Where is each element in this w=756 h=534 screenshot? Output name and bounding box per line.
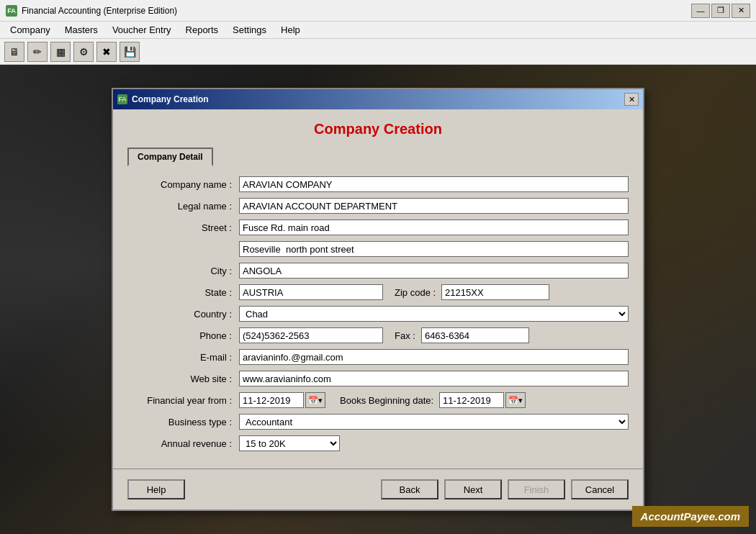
- legal-name-label: Legal name :: [127, 201, 239, 212]
- app-title: Financial Accounting (Enterprise Edition…: [22, 6, 177, 16]
- annual-revenue-select[interactable]: 15 to 20K 20 to 50K 50 to 100K 100K+: [239, 435, 340, 451]
- country-label: Country :: [127, 309, 239, 320]
- help-button[interactable]: Help: [127, 479, 185, 499]
- close-button[interactable]: ✕: [732, 4, 750, 18]
- phone-label: Phone :: [127, 330, 239, 341]
- website-input[interactable]: [239, 371, 629, 386]
- fin-year-label: Financial year from :: [127, 395, 239, 406]
- street-row-1: Street :: [127, 220, 629, 235]
- dialog-icon: FA: [117, 94, 127, 104]
- toolbar-save-button[interactable]: 💾: [120, 42, 140, 62]
- menu-reports[interactable]: Reports: [179, 23, 226, 37]
- business-type-select[interactable]: Accountant Retailer Manufacturer Service: [239, 414, 629, 430]
- cancel-button[interactable]: Cancel: [571, 479, 629, 499]
- books-begin-date-group: 📅▾: [439, 392, 526, 408]
- zip-input[interactable]: [441, 284, 549, 300]
- menu-bar: Company Masters Voucher Entry Reports Se…: [0, 22, 756, 39]
- main-area: FA Company Creation ✕ Company Creation C…: [0, 65, 756, 534]
- fax-input[interactable]: [421, 327, 529, 343]
- toolbar: 🖥 ✏ ▦ ⚙ ✖ 💾: [0, 39, 756, 65]
- street-row-2: [127, 241, 629, 257]
- watermark: AccountPayee.com: [632, 506, 749, 527]
- dialog-footer: Help Back Next Finish Cancel: [113, 469, 643, 510]
- business-type-label: Business type :: [127, 417, 239, 427]
- next-button[interactable]: Next: [444, 479, 502, 499]
- company-name-input[interactable]: [239, 176, 629, 192]
- fin-year-row: Financial year from : 📅▾ Books Beginning…: [127, 392, 629, 408]
- city-row: City :: [127, 263, 629, 279]
- city-label: City :: [127, 266, 239, 276]
- legal-name-input[interactable]: [239, 198, 629, 214]
- annual-revenue-label: Annual revenue :: [127, 438, 239, 449]
- finish-button[interactable]: Finish: [508, 479, 565, 499]
- website-row: Web site :: [127, 371, 629, 386]
- menu-masters[interactable]: Masters: [58, 23, 105, 37]
- legal-name-row: Legal name :: [127, 198, 629, 214]
- state-label: State :: [127, 287, 239, 298]
- fin-year-calendar-button[interactable]: 📅▾: [305, 392, 325, 408]
- email-row: E-mail :: [127, 349, 629, 365]
- toolbar-settings-button[interactable]: ⚙: [73, 42, 94, 62]
- phone-input[interactable]: [239, 327, 383, 343]
- company-name-label: Company name :: [127, 179, 239, 190]
- tab-bar: Company Detail: [127, 148, 629, 166]
- menu-settings[interactable]: Settings: [225, 23, 274, 37]
- toolbar-edit-button[interactable]: ✏: [27, 42, 48, 62]
- fin-year-date-group: 📅▾: [239, 392, 325, 408]
- street-input-2[interactable]: [239, 241, 629, 257]
- books-begin-label: Books Beginning date:: [325, 395, 439, 406]
- state-zip-row: State : Zip code :: [127, 284, 629, 300]
- annual-revenue-row: Annual revenue : 15 to 20K 20 to 50K 50 …: [127, 435, 629, 451]
- toolbar-new-button[interactable]: 🖥: [4, 42, 24, 62]
- window-controls: — ❐ ✕: [691, 4, 750, 18]
- zip-label: Zip code :: [383, 287, 441, 298]
- street-label: Street :: [127, 222, 239, 233]
- form-area: Company name : Legal name : Street :: [127, 176, 629, 451]
- title-bar: FA Financial Accounting (Enterprise Edit…: [0, 0, 756, 22]
- dialog-title-bar: FA Company Creation ✕: [113, 89, 643, 109]
- tab-company-detail[interactable]: Company Detail: [127, 148, 213, 166]
- toolbar-delete-button[interactable]: ✖: [96, 42, 117, 62]
- minimize-button[interactable]: —: [691, 4, 710, 18]
- website-label: Web site :: [127, 374, 239, 384]
- email-label: E-mail :: [127, 352, 239, 363]
- company-creation-dialog: FA Company Creation ✕ Company Creation C…: [112, 88, 644, 511]
- email-input[interactable]: [239, 349, 629, 365]
- country-select[interactable]: Chad USA UK Germany France: [239, 306, 629, 322]
- street-input-1[interactable]: [239, 220, 629, 235]
- books-begin-input[interactable]: [439, 392, 504, 408]
- menu-help[interactable]: Help: [274, 23, 307, 37]
- fin-year-input[interactable]: [239, 392, 304, 408]
- city-input[interactable]: [239, 263, 629, 279]
- fax-label: Fax :: [383, 330, 421, 341]
- business-type-row: Business type : Accountant Retailer Manu…: [127, 414, 629, 430]
- country-row: Country : Chad USA UK Germany France: [127, 306, 629, 322]
- app-icon: FA: [6, 5, 17, 17]
- toolbar-grid-button[interactable]: ▦: [50, 42, 71, 62]
- back-button[interactable]: Back: [381, 479, 438, 499]
- menu-voucher-entry[interactable]: Voucher Entry: [105, 23, 179, 37]
- maximize-button[interactable]: ❐: [711, 4, 730, 18]
- dialog-title: Company Creation: [132, 94, 209, 104]
- dialog-heading: Company Creation: [127, 121, 629, 137]
- phone-fax-row: Phone : Fax :: [127, 327, 629, 343]
- state-input[interactable]: [239, 284, 383, 300]
- books-begin-calendar-button[interactable]: 📅▾: [505, 392, 526, 408]
- dialog-close-button[interactable]: ✕: [624, 93, 639, 106]
- dialog-body: Company Creation Company Detail Company …: [113, 109, 643, 469]
- company-name-row: Company name :: [127, 176, 629, 192]
- menu-company[interactable]: Company: [3, 23, 58, 37]
